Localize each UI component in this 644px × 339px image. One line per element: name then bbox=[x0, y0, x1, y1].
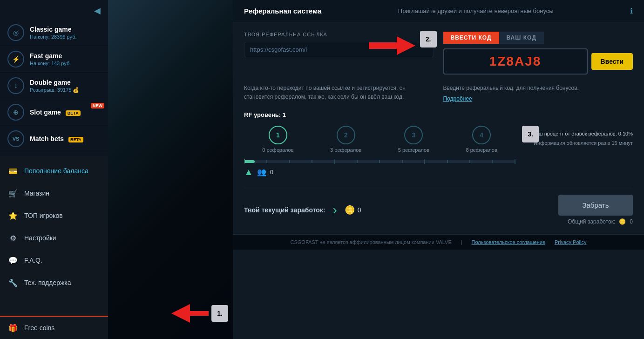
info-icon[interactable]: ℹ bbox=[630, 7, 633, 15]
menu-item-support-label: Тех. поддержка bbox=[24, 279, 71, 286]
total-amount: 0 bbox=[630, 218, 633, 225]
slot-game-name: Slot game BETA bbox=[30, 108, 101, 116]
game-item-slot[interactable]: ⊕ Slot game BETA NEW bbox=[0, 99, 108, 126]
menu-item-settings-label: Настройки bbox=[24, 234, 56, 242]
sidebar-menu: 💳 Пополнение баланса 🛒 Магазин ⭐ ТОП игр… bbox=[0, 156, 108, 316]
progress-row: 1 0 рефералов 2 3 рефералов 3 5 реферало… bbox=[244, 126, 633, 177]
step-2-badge: 2. bbox=[420, 31, 437, 47]
game-item-matchbets[interactable]: VS Match bets BETA bbox=[0, 126, 108, 152]
tab-enter-code[interactable]: ВВЕСТИ КОД bbox=[443, 32, 499, 44]
referral-title: Реферальная система bbox=[244, 7, 321, 15]
double-game-name: Double game bbox=[30, 79, 101, 86]
fast-game-icon: ⚡ bbox=[7, 51, 24, 68]
total-label: Общий заработок: bbox=[568, 218, 615, 225]
submit-code-button[interactable]: Ввести bbox=[591, 53, 633, 70]
earnings-row: Твой текущий заработок: › 🪙 0 bbox=[244, 203, 549, 217]
matchbets-game-name: Match bets BETA bbox=[30, 135, 101, 142]
double-game-sub: Розыгрыш: 39175 💰 bbox=[30, 87, 101, 93]
earnings-left: Твой текущий заработок: › 🪙 0 bbox=[244, 203, 549, 217]
bottom-section: Твой текущий заработок: › 🪙 0 Забрать Об… bbox=[244, 187, 633, 225]
rf-circle-icon-1: 1 bbox=[269, 126, 287, 144]
collapse-button[interactable]: ◀ bbox=[0, 4, 108, 20]
code-tabs: ВВЕСТИ КОД ВАШ КОД bbox=[443, 32, 633, 44]
total-coin-icon: 🪙 bbox=[619, 218, 626, 225]
ref-link-section: ТВОЯ РЕФЕРАЛЬНА ССЫЛКА https://csgofast.… bbox=[244, 32, 633, 75]
progress-track-wrap bbox=[244, 160, 515, 163]
sidebar: ◀ ◎ Classic game На кону: 28396 руб. ⚡ F… bbox=[0, 0, 108, 339]
free-coins-item[interactable]: 🎁 Free coins bbox=[0, 316, 108, 339]
referral-body: ТВОЯ РЕФЕРАЛЬНА ССЫЛКА https://csgofast.… bbox=[233, 22, 644, 234]
double-game-info: Double game Розыгрыш: 39175 💰 bbox=[30, 79, 101, 93]
slot-game-icon: ⊕ bbox=[7, 104, 24, 121]
svg-marker-0 bbox=[171, 304, 209, 323]
support-icon: 🔧 bbox=[7, 277, 19, 288]
faq-icon: 💬 bbox=[7, 255, 19, 266]
settings-icon: ⚙ bbox=[7, 232, 19, 244]
earnings-amount: 0 bbox=[358, 206, 361, 214]
referral-header: Реферальная система Приглашайте друзей и… bbox=[233, 0, 644, 22]
menu-item-shop-label: Магазин bbox=[24, 190, 49, 197]
collect-button[interactable]: Забрать bbox=[558, 195, 633, 216]
footer-privacy-link[interactable]: Privacy Policy bbox=[555, 239, 586, 245]
menu-item-shop[interactable]: 🛒 Магазин bbox=[0, 182, 108, 204]
code-input-field[interactable]: 1Z8AJ8 bbox=[443, 48, 588, 75]
rf-circle-label-4: 8 рефералов bbox=[466, 147, 497, 153]
red-arrow-1 bbox=[171, 304, 209, 323]
step-3-badge: 3. bbox=[522, 126, 539, 142]
fast-game-info: Fast game На кону: 143 руб. bbox=[30, 52, 101, 66]
referral-subtitle: Приглашайте друзей и получайте невероятн… bbox=[398, 7, 554, 14]
footer: CSGOFAST не является аффилированным лицо… bbox=[233, 234, 644, 250]
classic-game-icon: ◎ bbox=[7, 24, 24, 41]
slot-beta-badge: BETA bbox=[66, 110, 81, 116]
total-earnings: Общий заработок: 🪙 0 bbox=[568, 218, 633, 225]
menu-item-top[interactable]: ⭐ ТОП игроков bbox=[0, 204, 108, 227]
classic-game-info: Classic game На кону: 28396 руб. bbox=[30, 26, 101, 40]
progress-arrow-icon: ▲ bbox=[244, 167, 253, 177]
fast-game-name: Fast game bbox=[30, 52, 101, 60]
menu-item-faq-label: F.A.Q. bbox=[24, 257, 42, 264]
menu-item-support[interactable]: 🔧 Тех. поддержка bbox=[0, 271, 108, 294]
menu-item-faq[interactable]: 💬 F.A.Q. bbox=[0, 249, 108, 271]
rf-circle-3: 3 5 рефералов bbox=[380, 126, 448, 153]
rf-circle-2: 2 3 рефералов bbox=[312, 126, 380, 153]
slot-game-info: Slot game BETA bbox=[30, 108, 101, 116]
rf-circle-icon-2: 2 bbox=[337, 126, 355, 144]
ref-desc-right: Введите реферальный код, для получения б… bbox=[443, 84, 633, 102]
rf-circles-row: 1 0 рефералов 2 3 рефералов 3 5 реферало… bbox=[244, 126, 515, 153]
free-coins-label: Free coins bbox=[24, 324, 54, 332]
ref-more-link[interactable]: Подробнее bbox=[443, 95, 633, 102]
ref-code-section: 2. ВВЕСТИ КОД ВАШ КОД 1Z8AJ8 Ввести bbox=[443, 32, 633, 75]
matchbets-game-icon: VS bbox=[7, 130, 24, 147]
collapse-icon: ◀ bbox=[94, 6, 101, 16]
rf-circle-label-2: 3 рефералов bbox=[330, 147, 361, 153]
step-1-badge: 1. bbox=[211, 305, 228, 322]
slot-new-badge: NEW bbox=[91, 103, 104, 108]
footer-separator: | bbox=[461, 239, 462, 245]
rf-circle-4: 4 8 рефералов 3. bbox=[447, 126, 515, 153]
classic-game-sub: На кону: 28396 руб. bbox=[30, 34, 101, 40]
progress-track bbox=[244, 160, 515, 163]
progress-pointer-row: ▲ 👥 0 bbox=[244, 167, 515, 177]
progress-count-value: 0 bbox=[270, 169, 273, 176]
fast-game-sub: На кону: 143 руб. bbox=[30, 61, 101, 66]
tab-your-code[interactable]: ВАШ КОД bbox=[499, 32, 544, 44]
progress-count-icon: 👥 bbox=[257, 168, 266, 176]
ref-desc-left: Когда кто-то переходит по вашей ссылке и… bbox=[244, 84, 434, 102]
rf-circle-icon-4: 4 bbox=[472, 126, 491, 144]
game-item-classic[interactable]: ◎ Classic game На кону: 28396 руб. bbox=[0, 20, 108, 46]
red-arrow-2 bbox=[369, 34, 415, 57]
double-game-icon: ↕ bbox=[7, 77, 24, 94]
game-item-fast[interactable]: ⚡ Fast game На кону: 143 руб. bbox=[0, 46, 108, 73]
matchbets-game-info: Match bets BETA bbox=[30, 135, 101, 142]
shop-icon: 🛒 bbox=[7, 188, 19, 199]
game-item-double[interactable]: ↕ Double game Розыгрыш: 39175 💰 bbox=[0, 73, 108, 99]
right-section: Забрать Общий заработок: 🪙 0 bbox=[558, 195, 633, 225]
rf-circle-icon-3: 3 bbox=[404, 126, 423, 144]
background-area: 1. bbox=[108, 0, 233, 339]
menu-item-settings[interactable]: ⚙ Настройки bbox=[0, 227, 108, 249]
earnings-label: Твой текущий заработок: bbox=[244, 206, 325, 214]
menu-item-topup[interactable]: 💳 Пополнение баланса bbox=[0, 160, 108, 182]
menu-item-topup-label: Пополнение баланса bbox=[24, 167, 88, 175]
progress-main: 1 0 рефералов 2 3 рефералов 3 5 реферало… bbox=[244, 126, 515, 177]
footer-tos-link[interactable]: Пользовательское соглашение bbox=[472, 239, 545, 245]
